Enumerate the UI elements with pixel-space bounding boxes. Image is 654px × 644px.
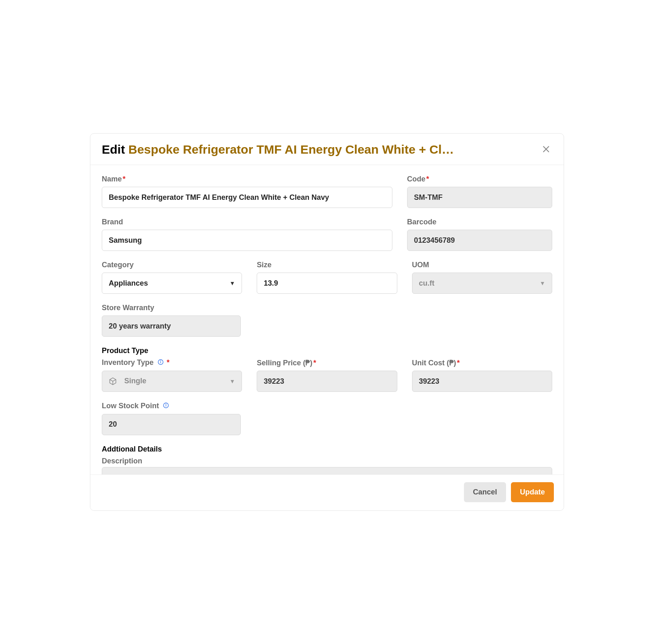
edit-product-dialog: Edit Bespoke Refrigerator TMF AI Energy … (90, 133, 564, 511)
caret-down-icon: ▼ (229, 280, 235, 286)
section-product-type: Product Type (102, 347, 552, 355)
field-low-stock-point: Low Stock Point (102, 402, 241, 435)
field-name: Name* (102, 175, 392, 208)
label-barcode: Barcode (407, 218, 552, 226)
inventory-type-value: Single (124, 377, 225, 385)
field-selling-price: Selling Price (₱)* (257, 358, 397, 392)
description-textarea (102, 467, 552, 474)
required-mark: * (123, 175, 125, 183)
dialog-header: Edit Bespoke Refrigerator TMF AI Energy … (90, 134, 564, 165)
field-unit-cost: Unit Cost (₱)* (412, 358, 552, 392)
label-brand: Brand (102, 218, 392, 226)
description-clip (102, 467, 552, 474)
inventory-type-select: Single ▼ (102, 371, 242, 392)
field-store-warranty: Store Warranty (102, 304, 241, 337)
title-prefix: Edit (102, 143, 125, 156)
label-inventory-type: Inventory Type * (102, 358, 242, 367)
svg-point-7 (166, 404, 166, 405)
dialog-body: Name* Code* Brand Barcode (90, 165, 564, 474)
required-mark: * (426, 175, 429, 183)
section-additional-details: Addtional Details (102, 445, 552, 454)
label-category: Category (102, 261, 242, 269)
label-code: Code* (407, 175, 552, 183)
field-code: Code* (407, 175, 552, 208)
category-value: Appliances (109, 279, 225, 288)
field-size: Size (257, 261, 397, 294)
label-size: Size (257, 261, 397, 269)
required-mark: * (457, 359, 460, 367)
brand-input[interactable] (102, 230, 392, 251)
field-inventory-type: Inventory Type * Single ▼ (102, 358, 242, 392)
uom-value: cu.ft (419, 279, 535, 288)
required-mark: * (313, 359, 316, 367)
dialog-footer: Cancel Update (90, 474, 564, 510)
low-stock-point-input (102, 414, 241, 435)
package-icon (109, 377, 117, 385)
label-selling-price: Selling Price (₱)* (257, 358, 397, 367)
close-icon (542, 145, 551, 155)
label-uom: UOM (412, 261, 552, 269)
name-input[interactable] (102, 187, 392, 208)
info-icon[interactable] (157, 359, 166, 367)
selling-price-input (257, 371, 397, 392)
caret-down-icon: ▼ (540, 280, 545, 286)
field-barcode: Barcode (407, 218, 552, 251)
field-uom: UOM cu.ft ▼ (412, 261, 552, 294)
barcode-input (407, 230, 552, 251)
store-warranty-input (102, 315, 241, 337)
label-description: Description (102, 457, 552, 465)
label-low-stock-point: Low Stock Point (102, 402, 241, 411)
field-category: Category Appliances ▼ (102, 261, 242, 294)
code-input (407, 187, 552, 208)
title-item-name: Bespoke Refrigerator TMF AI Energy Clean… (128, 143, 454, 156)
cancel-button[interactable]: Cancel (464, 482, 506, 502)
caret-down-icon: ▼ (229, 378, 235, 385)
label-store-warranty: Store Warranty (102, 304, 241, 312)
close-button[interactable] (540, 143, 552, 157)
uom-select: cu.ft ▼ (412, 273, 552, 294)
info-icon[interactable] (163, 402, 169, 410)
label-name: Name* (102, 175, 392, 183)
size-input[interactable] (257, 273, 397, 294)
update-button[interactable]: Update (511, 482, 554, 502)
category-select[interactable]: Appliances ▼ (102, 273, 242, 294)
required-mark: * (167, 358, 170, 367)
unit-cost-input (412, 371, 552, 392)
dialog-title: Edit Bespoke Refrigerator TMF AI Energy … (102, 143, 454, 157)
field-brand: Brand (102, 218, 392, 251)
svg-point-4 (160, 361, 161, 361)
label-unit-cost: Unit Cost (₱)* (412, 358, 552, 367)
